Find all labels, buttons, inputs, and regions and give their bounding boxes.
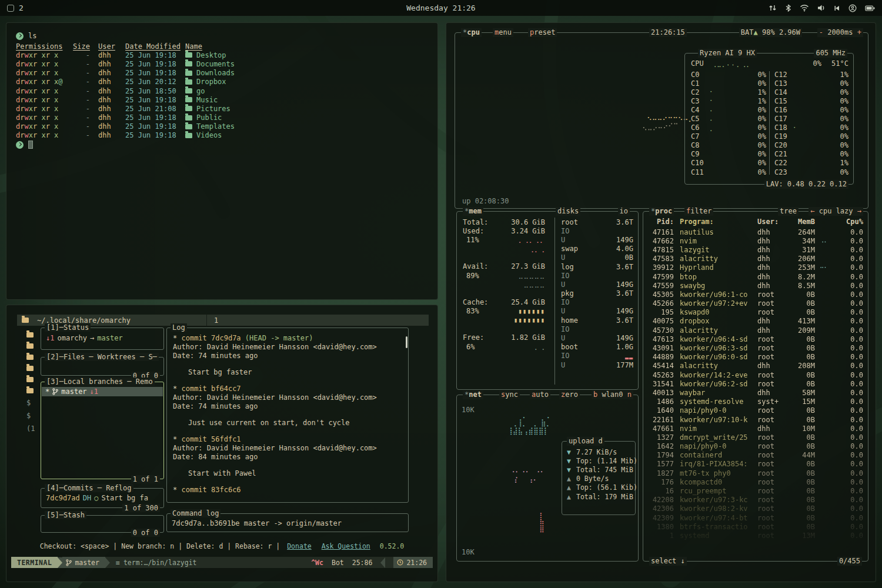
commit-entry[interactable]: * commit 56fdfc1 Author: David Heinemeie… bbox=[173, 435, 402, 478]
process-row[interactable]: 43091 kworker/u96:3-sd root 0B 0.0 bbox=[648, 343, 863, 352]
scrollbar-thumb[interactable] bbox=[406, 336, 407, 348]
branch-name: master bbox=[61, 387, 86, 396]
prompt-line: ls bbox=[16, 31, 437, 41]
file-name: Templates bbox=[185, 122, 235, 131]
tab-indicator[interactable]: 1 bbox=[206, 315, 218, 326]
log-panel[interactable]: Log * commit 7dc9d7a (HEAD -> master) Au… bbox=[166, 328, 409, 503]
volume-icon[interactable] bbox=[817, 4, 826, 12]
disk-line: IO bbox=[561, 226, 633, 235]
upload-graph: ⠈⡁⠈⠁ ⠈⠁ ⠃ ⠘⠁ bbox=[510, 470, 545, 487]
interval-decrease-button[interactable]: - bbox=[819, 28, 823, 36]
process-list[interactable]: 47161 nautilus dhh 264M 0.0 47662 nvim d… bbox=[648, 228, 863, 554]
bluetooth-icon[interactable] bbox=[785, 4, 791, 12]
menu-button[interactable]: menu bbox=[493, 28, 513, 37]
memory-stat: Total:30.6 GiB bbox=[463, 218, 545, 226]
process-row[interactable]: 45730 alacritty dhh 209M 0.0 bbox=[648, 326, 863, 335]
branches-panel[interactable]: [3]─Local branches ─ Remo * master ↓1 1 … bbox=[41, 382, 164, 479]
status-panel[interactable]: [1]─Status ↓1 omarchy → master bbox=[41, 328, 164, 350]
clock[interactable]: Wednesday 21:26 bbox=[406, 4, 475, 12]
commit-entry[interactable]: * commit 7dc9d7a (HEAD -> master) Author… bbox=[173, 334, 402, 377]
commit-entry[interactable]: * commit 83fc6c6 bbox=[173, 486, 402, 495]
process-row[interactable]: 1486 systemd-resolve syst+ 15M 0.0 bbox=[648, 397, 863, 406]
account-icon[interactable] bbox=[848, 4, 857, 12]
commits-panel[interactable]: [4]─Commits ─ Reflog 7dc9d7ad DH ○ Start… bbox=[41, 488, 164, 508]
interval-increase-button[interactable]: + bbox=[857, 28, 861, 36]
stash-panel[interactable]: [5]─Stash 0 of 0 bbox=[41, 515, 164, 533]
process-row[interactable]: 40013 waybar dhh 58M 0.0 bbox=[648, 388, 863, 397]
commit-entry[interactable]: * commit bf64cc7 Author: David Heinemeie… bbox=[173, 385, 402, 427]
auto-toggle[interactable]: auto bbox=[530, 390, 550, 399]
process-row[interactable]: 47161 nautilus dhh 264M 0.0 bbox=[648, 228, 863, 236]
workspace-number: 2 bbox=[19, 4, 24, 12]
process-row[interactable]: 44889 kworker/u96:0-sd root 0B 0.0 bbox=[648, 353, 863, 362]
mode-indicator: TERMINAL bbox=[11, 557, 58, 568]
scale-label: 10K bbox=[462, 406, 475, 414]
zero-toggle[interactable]: zero bbox=[559, 390, 580, 399]
net-box-title: *net bbox=[463, 390, 483, 399]
process-row[interactable]: 42306 kworker/u98:2-kv root 0B 0.0 bbox=[648, 505, 863, 513]
branch-row-selected[interactable]: * master ↓1 bbox=[42, 387, 163, 396]
process-row[interactable]: 195 kswapd0 root 0B 0.0 bbox=[648, 308, 863, 317]
process-row[interactable]: 47559 swaybg dhh 8.5M 0.0 bbox=[648, 281, 863, 290]
process-row[interactable]: 45414 alacritty dhh 208M 0.0 bbox=[648, 362, 863, 370]
process-row[interactable]: 45305 kworker/u96:1-co root 0B 0.0 bbox=[648, 290, 863, 299]
process-row[interactable]: 31541 kworker/u96:2-sd root 0B 0.0 bbox=[648, 379, 863, 388]
wifi-icon[interactable] bbox=[800, 4, 809, 12]
next-iface-button[interactable]: n bbox=[627, 390, 632, 399]
folder-icon bbox=[26, 332, 34, 338]
folder-icon bbox=[26, 388, 34, 393]
process-row[interactable]: 42309 kworker/u97:4-bt root 0B 0.0 bbox=[648, 513, 863, 522]
preset-button[interactable]: preset bbox=[528, 28, 557, 37]
process-row[interactable]: 47583 alacritty dhh 206M 0.0 bbox=[648, 255, 863, 263]
donate-link[interactable]: Donate bbox=[287, 542, 312, 550]
file-permissions: drwxr xr x bbox=[16, 113, 70, 122]
file-owner: dhh bbox=[98, 60, 118, 68]
sort-next-button[interactable]: → bbox=[857, 207, 861, 215]
prev-iface-button[interactable]: b bbox=[593, 390, 597, 399]
process-row[interactable]: 1 systemd root 13M 0.0 bbox=[648, 531, 863, 540]
truncated-text: (1 bbox=[26, 425, 35, 432]
process-row[interactable]: 176 kcompactd0 root 0B 0.0 bbox=[648, 477, 863, 486]
interface-switcher: b wlan0 n bbox=[592, 390, 633, 399]
tree-toggle[interactable]: tree bbox=[778, 207, 799, 216]
files-panel[interactable]: [2]─Files ─ Worktrees ─ S─ 0 of 0 bbox=[41, 357, 164, 376]
process-row[interactable]: 47662 nvim dhh 34M ⠠⠄ 0.0 bbox=[648, 236, 863, 245]
command-log-panel[interactable]: Command log 7dc9d7a..b3691be master -> o… bbox=[166, 513, 409, 532]
process-row[interactable]: 1640 napi/phy0-0 root 0B 0.0 bbox=[648, 406, 863, 415]
process-row[interactable]: 47599 btop dhh 8.2M 0.0 bbox=[648, 272, 863, 281]
process-row[interactable]: 16 rcu_preempt root 0B 0.0 bbox=[648, 486, 863, 495]
disks-title[interactable]: disks bbox=[556, 207, 580, 216]
process-row[interactable]: 1794 containerd root 44M 0.0 bbox=[648, 451, 863, 460]
io-title[interactable]: io bbox=[618, 207, 630, 216]
process-row[interactable]: 1577 irq/81-PIXA3854: root 0B 0.0 bbox=[648, 460, 863, 469]
behind-count: ↓1 bbox=[90, 387, 98, 396]
panel-count: 0 of 0 bbox=[131, 529, 160, 537]
workspace-indicator[interactable]: 2 bbox=[7, 4, 24, 12]
process-row[interactable]: 47613 kworker/u96:4-sd root 0B 0.0 bbox=[648, 335, 863, 343]
file-tree-sidebar[interactable]: $ $ (1 bbox=[26, 332, 35, 432]
repo-name: omarchy bbox=[57, 334, 87, 342]
update-interval-control: - 2000ms + bbox=[817, 28, 863, 37]
process-row[interactable]: 1380 btrfs-transactio root 0B 0.0 bbox=[648, 522, 863, 531]
ask-question-link[interactable]: Ask Question bbox=[322, 542, 370, 550]
process-row[interactable]: 1827 mt76-tx phy0 root 0B 0.0 bbox=[648, 469, 863, 477]
process-row[interactable]: 39912 Hyprland dhh 253M ⠒⠂ 0.0 bbox=[648, 263, 863, 272]
sort-prev-button[interactable]: ← bbox=[810, 207, 814, 215]
filter-button[interactable]: filter bbox=[684, 207, 713, 216]
process-row[interactable]: 1327 dmcrypt_write/25 root 0B 0.0 bbox=[648, 433, 863, 442]
process-row[interactable]: 47815 lazygit dhh 31M 0.0 bbox=[648, 245, 863, 254]
file-name: go bbox=[185, 87, 205, 95]
disk-line: home3.6T bbox=[561, 316, 633, 325]
process-row[interactable]: 1642 napi/phy0-0 root 0B 0.0 bbox=[648, 442, 863, 451]
updates-icon[interactable] bbox=[769, 4, 777, 12]
process-row[interactable]: 42208 kworker/u97:3-kc root 0B 0.0 bbox=[648, 496, 863, 505]
process-row[interactable]: 40075 dropbox dhh 413M 0.0 bbox=[648, 317, 863, 326]
battery-icon[interactable] bbox=[865, 5, 875, 12]
sync-toggle[interactable]: sync bbox=[499, 390, 520, 399]
prev-track-icon[interactable] bbox=[834, 5, 840, 12]
process-row[interactable]: 45263 kworker/14:2-eve root 0B 0.0 bbox=[648, 370, 863, 379]
process-row[interactable]: 22161 kworker/u97:10-k root 0B 0.0 bbox=[648, 415, 863, 424]
process-row[interactable]: 45266 kworker/u97:2+ev root 0B 0.0 bbox=[648, 299, 863, 308]
file-date: 25 Jun 19:18 bbox=[125, 96, 184, 104]
process-row[interactable]: 47661 nvim dhh 10M 0.0 bbox=[648, 424, 863, 433]
